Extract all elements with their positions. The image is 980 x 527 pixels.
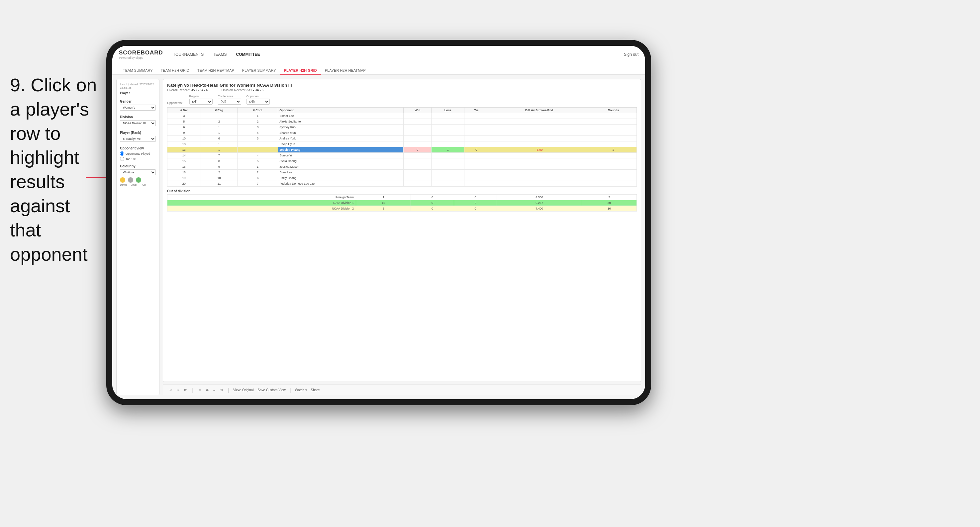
opponents-played-option[interactable]: Opponents Played [120, 151, 156, 156]
opponents-played-radio[interactable] [120, 151, 124, 156]
nav-items: TOURNAMENTS TEAMS COMMITTEE [173, 51, 624, 58]
table-row[interactable]: 613Sydney Kuo [167, 125, 637, 130]
col-loss: Loss [431, 108, 465, 113]
sub-nav-player-h2h-heatmap[interactable]: PLAYER H2H HEATMAP [321, 67, 370, 75]
player-rank-section: Player (Rank) 8. Katelyn Vo [120, 131, 156, 142]
col-win: Win [404, 108, 431, 113]
nav-bar: SCOREBOARD Powered by clippd TOURNAMENTS… [112, 46, 645, 63]
nav-item-teams[interactable]: TEAMS [213, 51, 227, 58]
division-label: Division [120, 115, 156, 119]
sub-nav-player-h2h-grid[interactable]: PLAYER H2H GRID [280, 67, 321, 75]
sub-nav-team-summary[interactable]: TEAM SUMMARY [119, 67, 157, 75]
h2h-table: # Div # Reg # Conf Opponent Win Loss Tie… [167, 107, 637, 187]
col-diff: Diff Av Strokes/Rnd [488, 108, 590, 113]
player-rank-label: Player (Rank) [120, 131, 156, 135]
table-row[interactable]: 914Sharon Mun [167, 130, 637, 136]
undo-button[interactable]: ↩ [168, 387, 173, 392]
sign-out-button[interactable]: Sign out [624, 52, 638, 57]
gender-section: Gender Women's [120, 100, 156, 111]
reset-button[interactable]: ⟲ [219, 387, 224, 392]
opponents-filter-label: Opponents: [167, 101, 183, 105]
view-original-button[interactable]: View: Original [233, 388, 254, 392]
top-100-radio[interactable] [120, 157, 124, 161]
col-tie: Tie [465, 108, 488, 113]
sub-nav: TEAM SUMMARY TEAM H2H GRID TEAM H2H HEAT… [112, 63, 645, 75]
table-row[interactable]: 1691Jessica Mason [167, 164, 637, 170]
out-division-title: Out of division [167, 189, 637, 193]
level-dot [128, 177, 133, 183]
out-of-division: Out of division Foreign Team 1004.5002 N… [167, 189, 637, 211]
right-panel: Katelyn Vo Head-to-Head Grid for Women's… [163, 79, 641, 395]
out-division-row[interactable]: NAIA Division 1 15009.26730 [167, 200, 637, 206]
top-100-option[interactable]: Top 100 [120, 157, 156, 161]
minus-button[interactable]: – [212, 387, 216, 392]
colour-by-select[interactable]: Win/loss [120, 169, 156, 175]
gender-select[interactable]: Women's [120, 105, 156, 111]
sidebar: Last Updated: 27/03/2024 16:55:38 Player… [116, 79, 159, 395]
logo-text: SCOREBOARD [119, 49, 163, 56]
h2h-records: Overall Record: 353 - 34 - 6 Division Re… [167, 88, 637, 92]
refresh-button[interactable]: ⟳ [183, 387, 188, 392]
level-label: Level [130, 183, 137, 186]
save-custom-view-button[interactable]: Save Custom View [258, 388, 285, 392]
region-select[interactable]: (All) [189, 98, 213, 105]
cut-button[interactable]: ✂ [197, 387, 203, 392]
annotation-text: 9. Click on a player's row to highlight … [10, 73, 100, 266]
redo-button[interactable]: ↪ [175, 387, 181, 392]
main-content: Last Updated: 27/03/2024 16:55:38 Player… [112, 75, 645, 399]
division-record: Division Record: 331 - 34 - 6 [221, 88, 263, 92]
separator-1: | [192, 387, 193, 393]
table-row[interactable]: 19106Emily Chang [167, 175, 637, 181]
filter-row: Opponents: Region (All) Conference (All) [167, 95, 637, 105]
separator-3: | [290, 387, 291, 393]
table-row[interactable]: 31Esther Lee [167, 113, 637, 119]
out-division-row[interactable]: Foreign Team 1004.5002 [167, 195, 637, 200]
gender-label: Gender [120, 100, 156, 103]
separator-2: | [228, 387, 229, 393]
player-label: Player [120, 91, 156, 95]
colour-section: Colour by Win/loss Down Level Up [120, 164, 156, 186]
player-rank-select[interactable]: 8. Katelyn Vo [120, 136, 156, 142]
tablet-screen: SCOREBOARD Powered by clippd TOURNAMENTS… [112, 46, 645, 399]
out-division-row[interactable]: NCAA Division 2 5007.40010 [167, 206, 637, 211]
up-label: Up [143, 183, 146, 186]
last-updated: Last Updated: 27/03/2024 16:55:38 [120, 83, 156, 89]
col-div: # Div [167, 108, 201, 113]
col-conf: # Conf [237, 108, 278, 113]
table-row-highlighted[interactable]: 13 1 Jessica Huang 0 1 0 -3.00 2 [167, 147, 637, 153]
logo-sub: Powered by clippd [119, 56, 163, 59]
player-section: Player [120, 91, 156, 95]
overall-record: Overall Record: 353 - 34 - 6 [167, 88, 208, 92]
add-button[interactable]: ⊕ [205, 387, 210, 392]
toolbar-edit-group: ✂ ⊕ – ⟲ [197, 387, 224, 392]
opponent-view-section: Opponent view Opponents Played Top 100 [120, 146, 156, 161]
h2h-title: Katelyn Vo Head-to-Head Grid for Women's… [167, 83, 637, 88]
nav-item-tournaments[interactable]: TOURNAMENTS [173, 51, 204, 58]
col-opponent: Opponent [278, 108, 404, 113]
tablet-frame: SCOREBOARD Powered by clippd TOURNAMENTS… [106, 40, 651, 405]
table-row[interactable]: 1822Euna Lee [167, 170, 637, 175]
division-select[interactable]: NCAA Division III [120, 120, 156, 126]
table-row[interactable]: 522Alexis Sudjianto [167, 119, 637, 125]
table-row[interactable]: 1585Stella Cheng [167, 159, 637, 164]
division-section: Division NCAA Division III [120, 115, 156, 126]
watch-button[interactable]: Watch ▾ [295, 388, 307, 392]
col-rounds: Rounds [590, 108, 636, 113]
up-dot [136, 177, 141, 183]
table-row[interactable]: 1063Andrea York [167, 136, 637, 141]
sub-nav-player-summary[interactable]: PLAYER SUMMARY [238, 67, 280, 75]
opponent-filter: Opponent (All) [247, 95, 270, 105]
opponent-select[interactable]: (All) [247, 98, 270, 105]
conference-select[interactable]: (All) [218, 98, 241, 105]
table-row[interactable]: 1474Eunice Yi [167, 153, 637, 159]
table-row[interactable]: 131Haejo Hyun [167, 141, 637, 147]
nav-item-committee[interactable]: COMMITTEE [236, 51, 260, 58]
toolbar-history-group: ↩ ↪ ⟳ [168, 387, 188, 392]
sub-nav-team-h2h-grid[interactable]: TEAM H2H GRID [157, 67, 193, 75]
colour-by-label: Colour by [120, 164, 156, 168]
sub-nav-team-h2h-heatmap[interactable]: TEAM H2H HEATMAP [193, 67, 238, 75]
out-division-table: Foreign Team 1004.5002 NAIA Division 1 1… [167, 194, 637, 211]
share-button[interactable]: Share [311, 388, 320, 392]
h2h-panel: Katelyn Vo Head-to-Head Grid for Women's… [163, 79, 641, 382]
table-row[interactable]: 20117Federica Domecq Lacroze [167, 181, 637, 187]
